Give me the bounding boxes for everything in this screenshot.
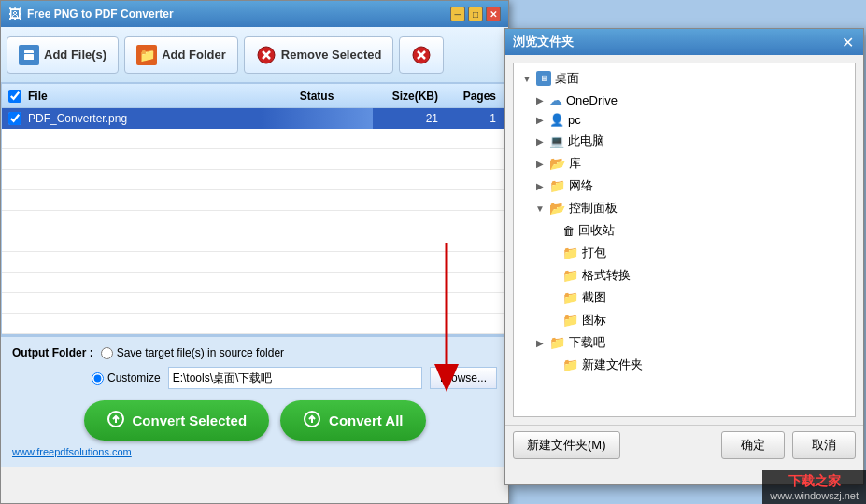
tree-label: 截图 — [582, 289, 606, 306]
row-pages: 1 — [447, 112, 504, 125]
size-column-header: Size(KB) — [373, 90, 447, 103]
tree-label: 打包 — [582, 245, 606, 261]
save-source-option[interactable]: Save target file(s) in source folder — [101, 346, 284, 359]
dialog-title-bar: 浏览文件夹 ✕ — [505, 29, 863, 55]
customize-label: Customize — [107, 371, 161, 385]
tree-label: pc — [568, 113, 581, 127]
convert-all-label: Convert All — [329, 413, 403, 428]
title-bar: 🖼 Free PNG to PDF Converter ─ □ ✕ — [1, 1, 508, 27]
folder-icon: 📁 — [562, 290, 578, 305]
folder-icon: 📁 — [562, 357, 578, 372]
tree-item-controlpanel[interactable]: ▼ 📂 控制面板 — [514, 197, 855, 219]
row-status — [261, 108, 373, 129]
tree-item-newfolder[interactable]: 📁 新建文件夹 — [514, 354, 855, 376]
add-files-label: Add File(s) — [44, 48, 106, 62]
tree-item-onedrive[interactable]: ▶ ☁ OneDrive — [514, 90, 855, 110]
tree-item-desktop[interactable]: ▼ 🖥 桌面 — [514, 67, 855, 90]
tree-label: 桌面 — [555, 70, 579, 87]
tree-item-library[interactable]: ▶ 📂 库 — [514, 152, 855, 175]
empty-rows — [2, 129, 507, 334]
tree-item-network[interactable]: ▶ 📁 网络 — [514, 175, 855, 197]
path-input[interactable] — [168, 367, 422, 389]
expand-icon[interactable]: ▶ — [534, 115, 546, 126]
folder-icon: 📁 — [562, 245, 578, 260]
tree-label: 库 — [569, 155, 581, 172]
folder-icon: 📂 — [549, 156, 565, 171]
dialog-title: 浏览文件夹 — [513, 34, 574, 50]
tree-item-pc[interactable]: ▶ 👤 pc — [514, 110, 855, 130]
svg-text:+: + — [32, 49, 35, 53]
svg-rect-2 — [24, 54, 34, 60]
tree-label: 回收站 — [578, 222, 615, 239]
row-size: 21 — [373, 112, 447, 125]
tree-label: 此电脑 — [568, 133, 604, 149]
customize-row: Customize Browse... — [12, 367, 497, 389]
tree-item-icons[interactable]: 📁 图标 — [514, 309, 855, 331]
tree-label: 控制面板 — [569, 200, 618, 217]
table-row[interactable]: PDF_Converter.png 21 1 — [2, 108, 507, 129]
tree-item-recycle[interactable]: 🗑 回收站 — [514, 219, 855, 242]
browse-dialog: 浏览文件夹 ✕ ▼ 🖥 桌面 ▶ ☁ OneDrive ▶ 👤 pc ▶ 💻 此… — [504, 28, 864, 485]
expand-icon[interactable]: ▶ — [534, 135, 546, 147]
pc-icon: 👤 — [549, 113, 564, 127]
convert-selected-button[interactable]: Convert Selected — [84, 400, 270, 441]
minimize-button[interactable]: ─ — [450, 7, 465, 21]
folder-icon: 📁 — [549, 178, 565, 193]
new-folder-button[interactable]: 新建文件夹(M) — [513, 431, 620, 459]
svg-marker-15 — [434, 364, 459, 392]
output-folder-label: Output Folder : — [12, 346, 93, 359]
expand-icon[interactable]: ▶ — [534, 94, 546, 105]
add-folder-label: Add Folder — [162, 48, 226, 62]
remove-selected-label: Remove Selected — [281, 48, 382, 62]
watermark-top: 下载之家 — [788, 473, 841, 490]
select-all-checkbox[interactable] — [6, 90, 24, 103]
folder-icon: 📁 — [549, 335, 565, 350]
toolbar: + Add File(s) 📁 Add Folder Remove Select… — [1, 27, 508, 83]
onedrive-icon: ☁ — [549, 92, 562, 107]
convert-all-button[interactable]: Convert All — [280, 400, 425, 441]
remove-selected-button[interactable]: Remove Selected — [244, 36, 394, 74]
expand-icon[interactable]: ▼ — [521, 73, 532, 84]
add-folder-button[interactable]: 📁 Add Folder — [124, 36, 238, 74]
expand-icon[interactable]: ▼ — [534, 203, 546, 214]
add-files-button[interactable]: + Add File(s) — [7, 36, 119, 74]
convert-all-icon — [303, 410, 321, 431]
maximize-button[interactable]: □ — [468, 7, 483, 21]
tree-item-screenshot[interactable]: 📁 截图 — [514, 287, 855, 309]
recycle-icon: 🗑 — [562, 224, 575, 238]
close-button[interactable]: ✕ — [486, 7, 501, 21]
add-folder-icon: 📁 — [136, 45, 157, 65]
row-checkbox[interactable] — [6, 112, 24, 125]
save-source-label: Save target file(s) in source folder — [117, 346, 284, 359]
thispc-icon: 💻 — [549, 134, 564, 148]
tree-label: 网络 — [569, 177, 593, 194]
tree-label: 格式转换 — [582, 267, 631, 284]
tree-label: 图标 — [582, 312, 606, 329]
tree-item-pack[interactable]: 📁 打包 — [514, 242, 855, 264]
convert-buttons-row: Convert Selected Convert All — [12, 400, 497, 441]
folder-tree[interactable]: ▼ 🖥 桌面 ▶ ☁ OneDrive ▶ 👤 pc ▶ 💻 此电脑 ▶ 📂 库 — [513, 63, 856, 417]
convert-selected-icon — [106, 410, 125, 431]
status-column-header: Status — [261, 90, 373, 103]
tree-item-downloadbar[interactable]: ▶ 📁 下载吧 — [514, 331, 855, 354]
folder-icon: 📁 — [562, 268, 578, 283]
row-filename: PDF_Converter.png — [24, 112, 261, 125]
tree-label: 新建文件夹 — [582, 357, 643, 373]
title-bar-controls: ─ □ ✕ — [450, 7, 501, 21]
customize-option[interactable]: Customize — [92, 371, 161, 385]
confirm-button[interactable]: 确定 — [721, 431, 785, 459]
tree-item-formatconv[interactable]: 📁 格式转换 — [514, 264, 855, 287]
dialog-close-button[interactable]: ✕ — [839, 34, 856, 50]
expand-icon[interactable]: ▶ — [534, 158, 546, 169]
pages-column-header: Pages — [447, 90, 504, 103]
footer-link[interactable]: www.freepdfsolutions.com — [12, 446, 497, 457]
clear-all-button[interactable] — [399, 36, 444, 74]
watermark: 下载之家 www.windowszj.net — [762, 470, 866, 504]
tree-item-thispc[interactable]: ▶ 💻 此电脑 — [514, 130, 855, 152]
watermark-bottom: www.windowszj.net — [770, 490, 859, 501]
expand-icon[interactable]: ▶ — [534, 337, 546, 348]
cancel-button[interactable]: 取消 — [792, 431, 856, 459]
expand-icon[interactable]: ▶ — [534, 180, 546, 191]
add-files-icon: + — [19, 45, 39, 65]
convert-selected-label: Convert Selected — [133, 413, 248, 428]
